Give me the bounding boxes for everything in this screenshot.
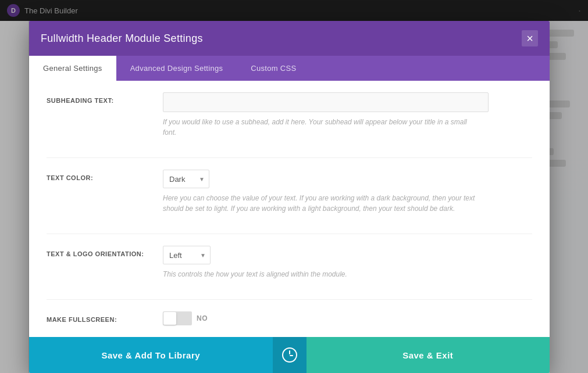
clock-icon: [282, 347, 297, 363]
orientation-hint: This controls the how your text is align…: [163, 269, 477, 279]
subheading-control: If you would like to use a subhead, add …: [163, 92, 532, 138]
tab-advanced[interactable]: Advanced Design Settings: [116, 56, 237, 81]
modal-tabs: General Settings Advanced Design Setting…: [29, 56, 550, 81]
text-color-control: Dark Light ▼ Here you can choose the val…: [163, 170, 532, 214]
text-color-select-wrap: Dark Light ▼: [163, 170, 209, 188]
text-color-hint: Here you can choose the value of your te…: [163, 193, 477, 214]
tab-general[interactable]: General Settings: [29, 56, 116, 81]
tab-custom-css[interactable]: Custom CSS: [237, 56, 310, 81]
subheading-row: SUBHEADING TEXT: If you would like to us…: [47, 92, 532, 144]
subheading-hint: If you would like to use a subhead, add …: [163, 117, 477, 138]
modal-dialog: Fullwidth Header Module Settings × Gener…: [29, 21, 550, 373]
fullscreen-toggle-label: NO: [197, 314, 208, 322]
save-library-button[interactable]: Save & Add To Library: [29, 337, 273, 373]
modal-title: Fullwidth Header Module Settings: [41, 33, 203, 45]
text-color-row: TEXT COLOR: Dark Light ▼ Here you can ch…: [47, 170, 532, 220]
modal-close-button[interactable]: ×: [522, 30, 538, 46]
divider-3: [47, 299, 532, 300]
orientation-select[interactable]: Left Center Right: [163, 246, 211, 264]
modal-body: SUBHEADING TEXT: If you would like to us…: [29, 81, 550, 337]
orientation-row: TEXT & LOGO ORIENTATION: Left Center Rig…: [47, 246, 532, 285]
modal-header: Fullwidth Header Module Settings ×: [29, 21, 550, 56]
divider-2: [47, 234, 532, 234]
text-color-select[interactable]: Dark Light: [163, 170, 209, 188]
clock-toggle-button[interactable]: [273, 337, 307, 373]
save-exit-label: Save & Exit: [402, 350, 453, 360]
fullscreen-control: NO: [163, 311, 532, 325]
modal-footer: Save & Add To Library Save & Exit: [29, 337, 550, 373]
text-color-label: TEXT COLOR:: [47, 170, 163, 181]
orientation-label: TEXT & LOGO ORIENTATION:: [47, 246, 163, 257]
subheading-label: SUBHEADING TEXT:: [47, 92, 163, 104]
subheading-input[interactable]: [163, 92, 489, 112]
divider-1: [47, 157, 532, 158]
fullscreen-row: MAKE FULLSCREEN: NO: [47, 311, 532, 331]
toggle-knob: [163, 312, 176, 325]
fullscreen-toggle[interactable]: [163, 311, 192, 325]
save-exit-button[interactable]: Save & Exit: [307, 337, 550, 373]
orientation-select-wrap: Left Center Right ▼: [163, 246, 211, 264]
orientation-control: Left Center Right ▼ This controls the ho…: [163, 246, 532, 279]
fullscreen-label: MAKE FULLSCREEN:: [47, 311, 163, 323]
fullscreen-toggle-wrap: NO: [163, 311, 532, 325]
save-library-label: Save & Add To Library: [101, 350, 200, 360]
